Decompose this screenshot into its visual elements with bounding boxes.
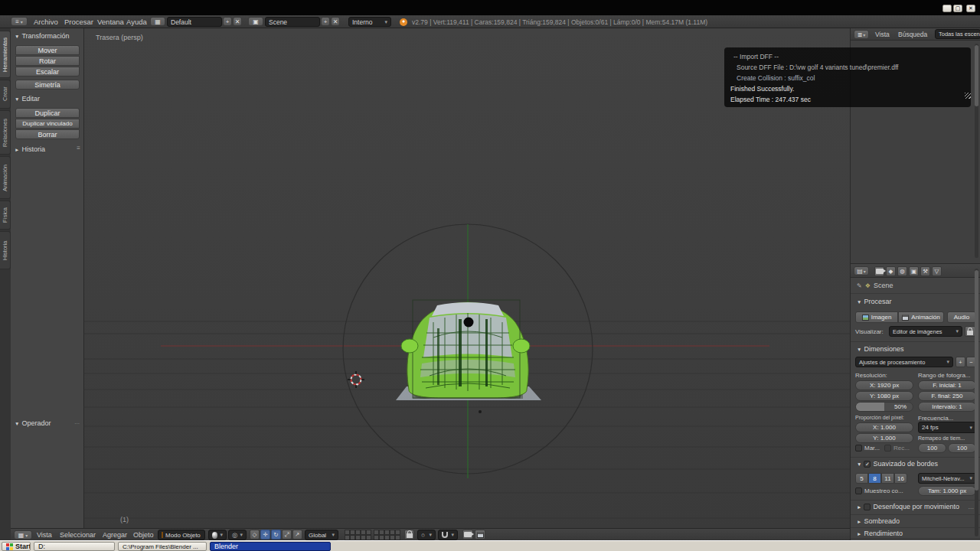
outliner-scrollbar[interactable] bbox=[975, 44, 978, 258]
aa-samples-5-button[interactable]: 5 bbox=[855, 473, 868, 484]
aa-samples-11-button[interactable]: 11 bbox=[881, 473, 894, 484]
tab-historia[interactable]: Historia bbox=[0, 231, 11, 269]
crop-toggle[interactable]: Rec... bbox=[884, 445, 910, 452]
mover-button[interactable]: Mover bbox=[15, 45, 80, 55]
aspect-y-field[interactable]: Y: 1.000 bbox=[855, 433, 913, 443]
resolution-y-field[interactable]: Y: 1080 px bbox=[855, 391, 913, 401]
lock-to-scene-button[interactable] bbox=[404, 530, 414, 540]
menu-archivo[interactable]: Archivo bbox=[34, 18, 58, 26]
editor-type-button[interactable]: ▤▾ bbox=[854, 266, 869, 276]
remap-old-field[interactable]: 100 bbox=[918, 443, 946, 453]
display-lock-button[interactable] bbox=[965, 326, 975, 337]
menu-ayuda[interactable]: Ayuda bbox=[126, 18, 147, 26]
resolution-scale-slider[interactable]: 50% bbox=[855, 402, 913, 412]
render-image-button[interactable]: Imagen bbox=[855, 311, 898, 323]
menu-procesar[interactable]: Procesar bbox=[64, 18, 93, 26]
tab-modifiers-icon[interactable]: ⚒ bbox=[920, 266, 930, 276]
manipulator-rotate-button[interactable]: ↻ bbox=[271, 530, 281, 540]
frame-end-field[interactable]: F. final: 250 bbox=[918, 391, 976, 401]
panel-header-historia[interactable]: ►Historia bbox=[15, 145, 45, 153]
panel-header-sombreado[interactable]: ►Sombreado bbox=[857, 517, 900, 525]
mode-selector[interactable]: Modo Objeto▾ bbox=[158, 530, 205, 540]
display-selector[interactable]: Editor de imágenes▾ bbox=[889, 326, 962, 337]
fps-selector[interactable]: 24 fps▾ bbox=[918, 422, 976, 433]
simetria-button[interactable]: Simetría bbox=[15, 80, 80, 90]
menu-objeto[interactable]: Objeto bbox=[133, 531, 154, 539]
aa-filter-selector[interactable]: Mitchell-Netrav...▾ bbox=[918, 473, 976, 484]
remap-new-field[interactable]: 100 bbox=[948, 443, 976, 453]
pin-icon[interactable]: ✎ bbox=[857, 282, 862, 289]
panel-header-operador[interactable]: ▼Operador bbox=[15, 419, 51, 427]
menu-busqueda[interactable]: Búsqueda bbox=[898, 31, 927, 38]
tab-herramientas[interactable]: Herramientas bbox=[0, 31, 11, 78]
frame-start-field[interactable]: F. inicial: 1 bbox=[918, 380, 976, 390]
scene-add-button[interactable]: + bbox=[321, 17, 330, 26]
scene-unlink-button[interactable]: ✕ bbox=[331, 17, 340, 26]
layer-grid-1[interactable] bbox=[345, 530, 371, 540]
pivot-selector[interactable]: ◎▾ bbox=[228, 530, 247, 540]
aa-samples-16-button[interactable]: 16 bbox=[894, 473, 907, 484]
resolution-x-field[interactable]: X: 1920 px bbox=[855, 380, 913, 390]
panel-header-transformacion[interactable]: ▼Transformación bbox=[15, 32, 70, 40]
aspect-x-field[interactable]: X: 1.000 bbox=[855, 422, 913, 432]
rotar-button[interactable]: Rotar bbox=[15, 56, 80, 66]
taskbar-item-d-drive[interactable]: D: bbox=[34, 542, 115, 551]
render-animation-button[interactable]: Animación bbox=[898, 311, 944, 323]
full-sample-toggle[interactable]: Muestreo co... bbox=[855, 487, 903, 494]
start-button[interactable]: Start bbox=[2, 542, 31, 551]
minimize-button[interactable]: _ bbox=[942, 5, 952, 12]
close-button[interactable]: ✕ bbox=[966, 5, 975, 12]
outliner-filter-selector[interactable]: Todas las escenas bbox=[935, 29, 980, 39]
manipulator-extra-button[interactable]: ↗ bbox=[292, 530, 302, 540]
properties-scrollbar[interactable] bbox=[975, 269, 978, 536]
tab-fisica[interactable]: Física bbox=[0, 201, 11, 230]
aa-enabled-checkbox[interactable]: ✓ bbox=[864, 461, 871, 468]
tab-animacion[interactable]: Animación bbox=[0, 156, 11, 199]
render-opengl-anim-button[interactable] bbox=[475, 530, 485, 540]
aa-samples-8-button[interactable]: 8 bbox=[868, 473, 881, 484]
screen-layout-selector[interactable]: Default bbox=[167, 17, 222, 27]
taskbar-item-blender-active[interactable]: Blender bbox=[210, 542, 331, 551]
tab-object-icon[interactable]: ▣ bbox=[909, 266, 919, 276]
duplicar-vinculado-button[interactable]: Duplicar vinculado bbox=[15, 119, 80, 129]
render-engine-selector[interactable]: Interno▾ bbox=[348, 17, 391, 27]
proportional-edit-selector[interactable]: ○▾ bbox=[417, 530, 436, 540]
resize-grip[interactable] bbox=[965, 93, 971, 99]
orientation-selector[interactable]: Global▾ bbox=[305, 530, 338, 540]
borrar-button[interactable]: Borrar bbox=[15, 129, 80, 139]
editor-type-button[interactable]: ▦▾ bbox=[14, 530, 32, 540]
editor-type-button[interactable]: ≡▾ bbox=[11, 17, 28, 26]
panel-header-procesar[interactable]: ▼Procesar bbox=[857, 298, 891, 305]
editor-type-button[interactable]: ≣▾ bbox=[854, 30, 869, 39]
duplicar-button[interactable]: Duplicar bbox=[15, 108, 80, 118]
menu-vista[interactable]: Vista bbox=[875, 31, 890, 38]
menu-vista[interactable]: Vista bbox=[37, 531, 52, 539]
manipulator-scale-button[interactable]: ⤢ bbox=[282, 530, 292, 540]
layout-unlink-button[interactable]: ✕ bbox=[233, 17, 242, 26]
layer-grid-2[interactable] bbox=[374, 530, 400, 540]
menu-seleccionar[interactable]: Seleccionar bbox=[60, 531, 96, 539]
scene-selector[interactable]: Scene bbox=[265, 17, 320, 27]
frame-step-field[interactable]: Intervalo: 1 bbox=[918, 402, 976, 412]
shading-selector[interactable]: ▾ bbox=[208, 530, 227, 540]
full-sample-checkbox[interactable] bbox=[855, 487, 862, 494]
panel-header-suavizado[interactable]: ▼ ✓ Suavizado de bordes bbox=[857, 460, 938, 468]
crop-checkbox[interactable] bbox=[884, 445, 891, 452]
tab-relaciones[interactable]: Relaciones bbox=[0, 110, 11, 155]
tab-world-icon[interactable]: ◍ bbox=[897, 266, 907, 276]
border-checkbox[interactable] bbox=[855, 445, 862, 452]
tab-render-icon[interactable] bbox=[874, 266, 884, 276]
manipulator-translate-button[interactable]: ✛ bbox=[260, 530, 270, 540]
menu-agregar[interactable]: Agregar bbox=[103, 531, 127, 539]
maximize-button[interactable]: ▢ bbox=[953, 5, 962, 12]
tab-crear[interactable]: Crear bbox=[0, 80, 11, 109]
preset-add-button[interactable]: + bbox=[956, 357, 965, 367]
render-preset-selector[interactable]: Ajustes de procesamiento▾ bbox=[855, 357, 953, 367]
motion-blur-checkbox[interactable] bbox=[864, 504, 871, 510]
tab-data-icon[interactable]: ▽ bbox=[932, 266, 942, 276]
escalar-button[interactable]: Escalar bbox=[15, 67, 80, 77]
tab-scene-icon[interactable]: ◆ bbox=[886, 266, 896, 276]
panel-header-editar[interactable]: ▼Editar bbox=[15, 95, 40, 103]
screen-layout-icon[interactable]: ▦ bbox=[150, 17, 165, 26]
render-audio-button[interactable]: Audio bbox=[947, 311, 976, 323]
